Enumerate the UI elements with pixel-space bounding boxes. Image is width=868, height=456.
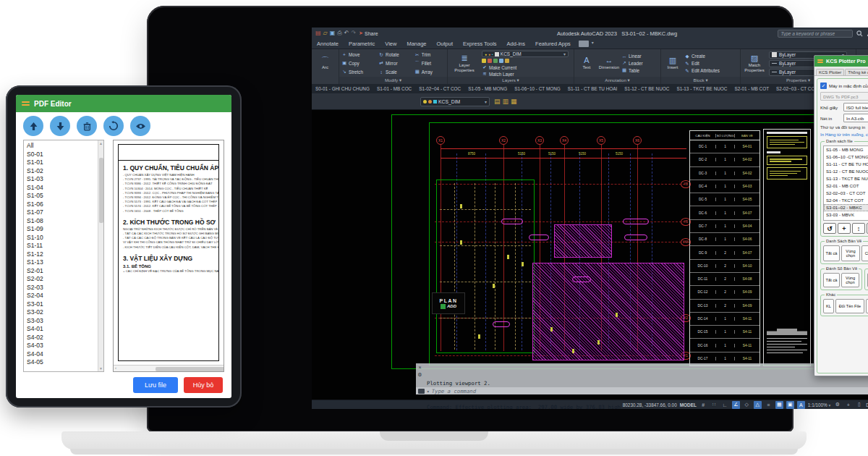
file-list-item[interactable]: S1-06~10 -CT MONG <box>824 153 868 161</box>
sheet-list-item[interactable]: S4-01 <box>27 325 96 334</box>
sheet-list-item[interactable]: S1-04 <box>27 184 96 193</box>
isodraft-toggle-icon[interactable] <box>743 401 751 409</box>
sheet-list-item[interactable]: S1-01 <box>27 159 96 167</box>
ribbon-tab[interactable]: Output <box>432 41 459 47</box>
ribbon-tab[interactable]: Express Tools <box>458 41 502 47</box>
rotate-button[interactable] <box>103 116 124 136</box>
ribbon-button[interactable]: ⌒ Fillet <box>414 59 445 68</box>
grid-toggle-icon[interactable] <box>699 401 707 409</box>
ribbon-button[interactable]: ✎ Edit Attributes <box>684 68 720 74</box>
file-list-item[interactable]: S1-12 - CT BE NUOC <box>824 168 868 175</box>
drawing-file-tab[interactable]: S1-12 - CT BE NUOC <box>621 86 673 91</box>
drawing-file-tab[interactable]: S1-13 - TKCT BE NUOC <box>673 86 731 91</box>
sheet-list-item[interactable]: S1-06 <box>27 200 96 209</box>
file-list-item[interactable]: S3-01~02 - MBKC <box>824 204 868 211</box>
command-input[interactable]: ▾ Type a command <box>416 387 868 394</box>
ribbon-button[interactable]: ⇄ Mirror <box>378 59 412 68</box>
media-panel-icon[interactable] <box>579 41 589 47</box>
sheet-list-item[interactable]: S2-03 <box>27 284 96 292</box>
sheet-list-item[interactable]: S3-02 <box>27 308 96 317</box>
file-list-item[interactable]: S2-02~03 - CT COT <box>824 190 868 197</box>
sheet-list-item[interactable]: S4-02 <box>27 334 96 342</box>
layer-tool-icon[interactable]: ▦ <box>511 97 517 106</box>
drawing-file-tab[interactable]: S0-01 - GHI CHU CHUNG <box>312 86 373 91</box>
save-file-button[interactable]: Lưu file <box>133 377 178 393</box>
ribbon-button[interactable]: ≋ Match Layer <box>482 71 569 77</box>
sheet-list-item[interactable]: S4-03 <box>27 342 96 350</box>
sheet-list-item[interactable]: S2-02 <box>27 275 96 284</box>
annotation-scale[interactable]: 1:1/100% ▾ <box>808 402 831 408</box>
layer-tool-icon[interactable]: ▥ <box>503 97 509 106</box>
sheet-list-item[interactable]: S3-01 <box>27 300 96 309</box>
annotation-visibility-icon[interactable] <box>797 401 805 409</box>
ribbon-button[interactable]: ✂ Trim <box>414 51 445 59</box>
transparency-toggle-icon[interactable] <box>775 401 783 409</box>
paper-size-select[interactable]: ISO full bleed A3 (297.00 x 420...▾ <box>843 103 868 111</box>
layer-properties-button[interactable]: ≣ Layer Properties <box>450 51 479 76</box>
sheet-list-item[interactable]: All <box>27 142 96 151</box>
sheet-list-item[interactable]: S1-05 <box>27 192 96 200</box>
drawing-file-tab[interactable]: S1-02~04 - CT COC <box>415 86 464 91</box>
search-icon[interactable] <box>856 30 863 37</box>
rename-file-button[interactable]: Đổi Tên File <box>835 299 864 313</box>
sheet-list-item[interactable]: S4-04 <box>27 350 96 359</box>
drawing-file-tab[interactable]: S1-06~10 - CT MONG <box>511 86 564 91</box>
ribbon-button[interactable]: ▣ Copy <box>341 59 375 68</box>
add-button[interactable]: + <box>838 223 851 234</box>
sort-button[interactable]: ↕ <box>852 223 865 234</box>
ribbon-big-button[interactable]: ↔ Dimension <box>599 51 619 76</box>
save-icon[interactable]: ▣ <box>330 30 336 36</box>
scrollbar[interactable]: ▲▼ <box>98 140 103 371</box>
ribbon-tab[interactable]: View <box>380 41 401 47</box>
panel-label-modify[interactable]: Modify ▾ <box>339 77 447 84</box>
layer-dropdown-toolbar[interactable]: KCS_DIM ▾ <box>420 97 490 106</box>
sheet-list-item[interactable]: S1-07 <box>27 208 96 217</box>
ribbon-button[interactable]: ↘ Stretch <box>341 67 375 76</box>
print-all-button[interactable]: Tất cả <box>823 245 840 261</box>
sheet-list-item[interactable]: S1-03 <box>27 175 96 184</box>
sheet-list-item[interactable]: S1-13 <box>27 258 96 267</box>
file-listbox[interactable]: S1-05 - MB MONGS1-06~10 -CT MONGS1-11 - … <box>823 145 868 221</box>
file-list-item[interactable]: S2-01 - MB COT <box>824 182 868 190</box>
ribbon-button[interactable]: ✎ Edit <box>684 61 720 67</box>
panel-label-layers[interactable]: Layers ▾ <box>448 77 574 84</box>
crosshair-icon[interactable] <box>844 401 852 409</box>
ribbon-button[interactable]: + Move <box>341 51 375 59</box>
file-list-item[interactable]: S3-03 - MBVK <box>824 211 868 219</box>
ribbon-tab[interactable]: Add-ins <box>502 41 530 47</box>
sheet-list-item[interactable]: S1-02 <box>27 167 96 176</box>
share-button[interactable]: ➤ Share <box>359 30 378 36</box>
ribbon-button[interactable]: ↕ Scale <box>378 67 412 76</box>
ribbon-tab[interactable]: Featured Apps <box>530 41 576 47</box>
sheet-list-item[interactable]: S1-09 <box>27 225 96 234</box>
ribbon-button[interactable]: ▦ Table <box>621 67 643 73</box>
refresh-button[interactable]: ↺ <box>823 223 836 234</box>
ribbon-button[interactable]: ↔ Linear <box>621 54 643 59</box>
model-space-toggle[interactable]: MODEL <box>680 402 697 408</box>
move-down-button[interactable] <box>50 116 70 136</box>
cad-viewport[interactable]: X1X2X3X4X5X6 Y8Y6Y4AY2Y1 875051505150515… <box>312 110 868 400</box>
default-printer-checkbox[interactable]: ✓ <box>820 83 827 89</box>
ribbon-button[interactable]: ▦ Array <box>414 67 445 76</box>
insert-button[interactable]: Chèn <box>861 245 868 261</box>
arc-button[interactable]: ⌒ Arc <box>314 51 336 76</box>
sheet-list-item[interactable]: S4-05 <box>27 358 96 367</box>
sheet-list-item[interactable]: S2-04 <box>27 292 96 300</box>
preview-button[interactable] <box>130 116 150 136</box>
drawing-file-tab[interactable]: S1-11 - CT BE TU HOAI <box>564 86 621 91</box>
isolate-icon[interactable] <box>855 401 863 409</box>
sheet-listbox[interactable]: AllS0-01S1-01S1-02S1-03S1-04S1-05S1-06S1… <box>23 140 104 372</box>
layer-state-icons[interactable] <box>482 59 569 63</box>
insert-button[interactable]: ▥ Insert <box>663 51 682 76</box>
file-list-item[interactable]: S1-11 - CT BE TU HOAI <box>824 161 868 168</box>
lineweight-toggle-icon[interactable] <box>765 401 773 409</box>
ortho-toggle-icon[interactable] <box>721 401 729 409</box>
plot-icon[interactable]: ⎙ <box>337 30 341 36</box>
search-input[interactable] <box>778 30 853 38</box>
delete-button[interactable] <box>77 116 97 136</box>
number-selection-button[interactable]: Vùng chọn <box>841 273 859 287</box>
plot-style-select[interactable]: In A3.ctb▾ <box>843 114 868 122</box>
file-list-item[interactable]: S1-13 - TKCT BE NUOC <box>824 175 868 182</box>
panel-label-block[interactable]: Block ▾ <box>661 77 740 84</box>
selection-cycling-icon[interactable] <box>786 401 794 409</box>
